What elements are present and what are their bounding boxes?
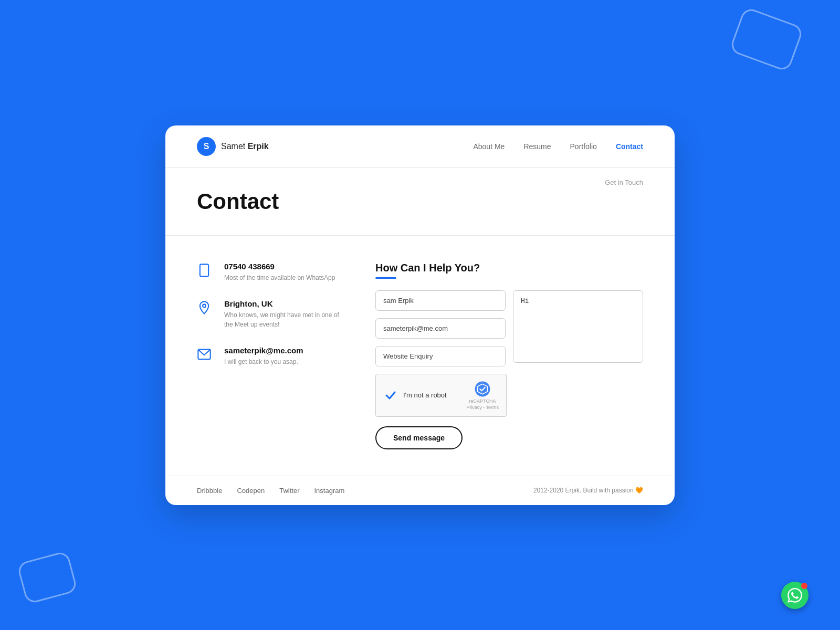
message-textarea[interactable]: Hi: [513, 290, 643, 363]
name-input[interactable]: [375, 290, 506, 311]
phone-sub: Most of the time available on WhatsApp: [224, 273, 335, 282]
phone-number: 07540 438669: [224, 262, 335, 271]
svg-rect-0: [200, 264, 208, 276]
logo-circle: S: [197, 137, 216, 156]
whatsapp-icon: [788, 588, 802, 603]
nav-portfolio[interactable]: Portfolio: [570, 142, 597, 151]
contact-location-item: Brighton, UK Who knows, we might have me…: [197, 299, 344, 329]
recaptcha-label: I'm not a robot: [403, 391, 447, 399]
bg-decoration-tr: [729, 6, 804, 72]
svg-point-2: [203, 304, 206, 307]
nav-links: About Me Resume Portfolio Contact: [473, 142, 643, 151]
contact-location-details: Brighton, UK Who knows, we might have me…: [224, 299, 344, 329]
logo-initial: S: [204, 142, 209, 151]
hero-section: Get in Touch Contact: [165, 168, 675, 236]
nav-resume[interactable]: Resume: [523, 142, 551, 151]
phone-icon: [197, 263, 216, 282]
navbar: S Samet Erpik About Me Resume Portfolio …: [165, 125, 675, 168]
footer-codepen[interactable]: Codepen: [237, 487, 265, 495]
whatsapp-badge: [801, 583, 807, 589]
breadcrumb: Get in Touch: [605, 178, 643, 186]
footer: Dribbble Codepen Twitter Instagram 2012-…: [165, 476, 675, 505]
footer-links: Dribbble Codepen Twitter Instagram: [197, 487, 344, 495]
contact-form-panel: How Can I Help You? Hi: [375, 262, 643, 449]
form-left-col: [375, 290, 506, 366]
location-icon: [197, 300, 216, 319]
recaptcha-branding: reCAPTCHA: [469, 398, 496, 404]
footer-copyright: 2012-2020 Erpik. Build with passion 🧡: [533, 487, 643, 494]
email-icon: [197, 347, 216, 366]
email-address: sameterpik@me.com: [224, 346, 303, 355]
main-content: 07540 438669 Most of the time available …: [165, 236, 675, 476]
contact-phone-details: 07540 438669 Most of the time available …: [224, 262, 335, 282]
email-input[interactable]: [375, 318, 506, 339]
main-card: S Samet Erpik About Me Resume Portfolio …: [165, 125, 675, 505]
nav-about[interactable]: About Me: [473, 142, 505, 151]
footer-dribbble[interactable]: Dribbble: [197, 487, 222, 495]
send-button[interactable]: Send message: [375, 426, 463, 449]
page-title: Contact: [197, 189, 643, 214]
recaptcha-widget[interactable]: I'm not a robot reCAPTCHA Privacy - Term…: [375, 374, 507, 417]
recaptcha-policy: Privacy - Terms: [466, 405, 499, 410]
bg-decoration-bl: [16, 550, 78, 604]
whatsapp-fab[interactable]: [781, 582, 808, 609]
logo[interactable]: S Samet Erpik: [197, 137, 269, 156]
location-title: Brighton, UK: [224, 299, 344, 308]
subject-input[interactable]: [375, 346, 506, 366]
contact-phone-item: 07540 438669 Most of the time available …: [197, 262, 344, 282]
location-sub: Who knows, we might have met in one of t…: [224, 310, 344, 329]
email-sub: I will get back to you asap.: [224, 357, 303, 366]
form-main-row: Hi: [375, 290, 643, 366]
contact-email-item: sameterpik@me.com I will get back to you…: [197, 346, 344, 366]
form-heading: How Can I Help You?: [375, 262, 643, 274]
logo-first: Samet: [221, 142, 248, 151]
form-heading-underline: [375, 277, 396, 279]
recaptcha-checkmark: [383, 388, 398, 403]
footer-twitter[interactable]: Twitter: [279, 487, 299, 495]
nav-contact[interactable]: Contact: [616, 142, 643, 151]
recaptcha-left: I'm not a robot: [383, 388, 447, 403]
logo-last: Erpik: [248, 142, 269, 151]
form-right-col: Hi: [513, 290, 643, 366]
logo-name: Samet Erpik: [221, 142, 269, 151]
contact-email-details: sameterpik@me.com I will get back to you…: [224, 346, 303, 366]
contact-info-panel: 07540 438669 Most of the time available …: [197, 262, 344, 449]
footer-instagram[interactable]: Instagram: [314, 487, 345, 495]
recaptcha-right: reCAPTCHA Privacy - Terms: [466, 381, 499, 410]
